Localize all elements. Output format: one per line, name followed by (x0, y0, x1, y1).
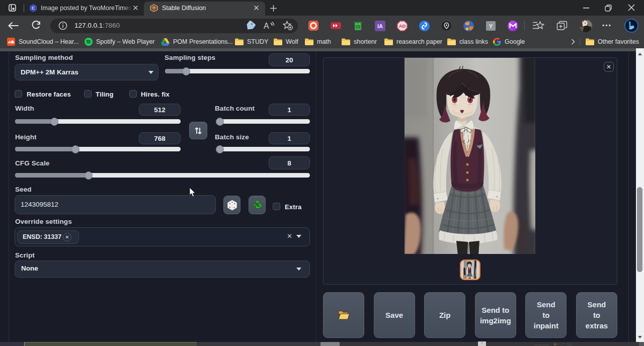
svg-text:C: C (32, 6, 35, 11)
svg-text:AD: AD (399, 23, 406, 29)
svg-text:IA: IA (377, 23, 383, 29)
svg-text:A: A (264, 22, 269, 30)
svg-text:Y: Y (489, 23, 493, 29)
